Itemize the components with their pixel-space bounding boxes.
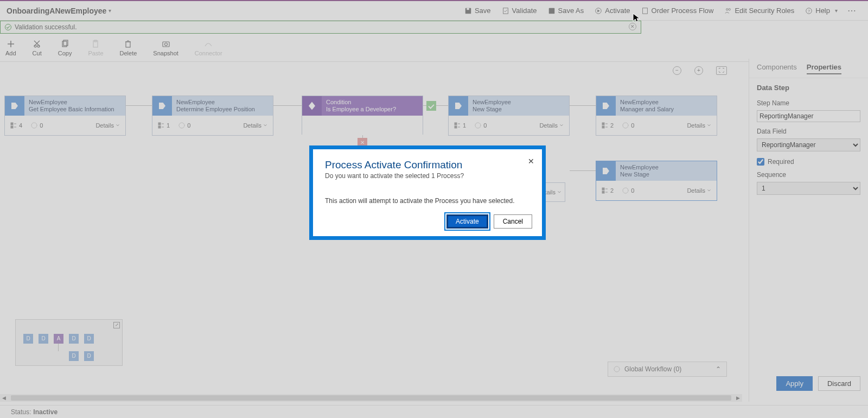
modal-subtitle: Do you want to activate the selected 1 P… xyxy=(325,172,530,180)
modal-body: This action will attempt to activate the… xyxy=(313,183,542,214)
activate-confirmation-dialog: Process Activate Confirmation Do you wan… xyxy=(309,145,546,240)
modal-cancel-button[interactable]: Cancel xyxy=(494,214,532,229)
modal-title: Process Activate Confirmation xyxy=(325,159,530,171)
close-icon[interactable]: ✕ xyxy=(528,157,534,166)
modal-activate-button[interactable]: Activate xyxy=(446,214,488,229)
